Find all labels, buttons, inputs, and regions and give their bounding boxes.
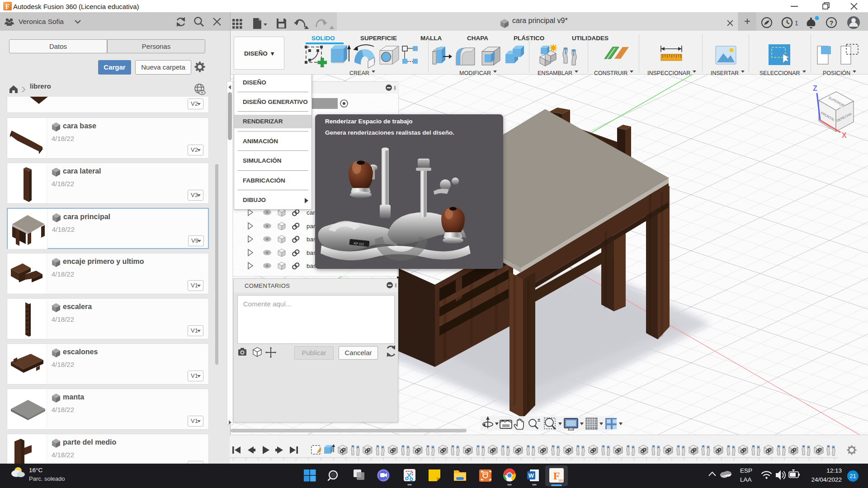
svg-text:‖: ‖ bbox=[394, 85, 396, 91]
svg-text:W: W bbox=[528, 472, 534, 479]
svg-text:Z: Z bbox=[813, 84, 817, 92]
svg-text:X: X bbox=[842, 131, 847, 139]
svg-text:par: par bbox=[307, 223, 316, 230]
svg-text:±: ± bbox=[538, 417, 540, 422]
svg-text:360: 360 bbox=[558, 479, 564, 482]
